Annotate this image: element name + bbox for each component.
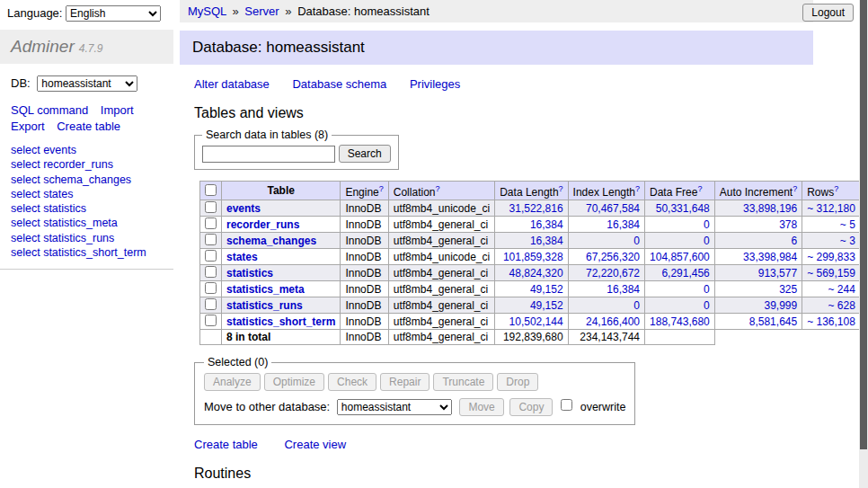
data-length-link[interactable]: 16,384 bbox=[530, 235, 563, 247]
sidebar-table-link[interactable]: select statistics_meta bbox=[11, 217, 118, 229]
auto-increment-link[interactable]: 325 bbox=[779, 283, 797, 296]
data-free-link[interactable]: 0 bbox=[704, 283, 710, 296]
index-length-link[interactable]: 70,467,584 bbox=[586, 202, 640, 215]
auto-increment-link[interactable]: 39,999 bbox=[764, 299, 797, 312]
database-action-link[interactable]: Database schema bbox=[292, 77, 386, 91]
row-checkbox[interactable] bbox=[205, 234, 217, 245]
table-name-link[interactable]: statistics_runs bbox=[226, 299, 303, 312]
rows-link[interactable]: ~ 5 bbox=[840, 218, 855, 231]
sidebar-table-link[interactable]: select events bbox=[11, 144, 76, 156]
rows-link[interactable]: ~ 299,833 bbox=[807, 251, 855, 263]
data-free-link[interactable]: 188,743,680 bbox=[650, 315, 710, 328]
move-db-select[interactable]: homeassistant bbox=[337, 399, 452, 415]
row-checkbox[interactable] bbox=[205, 315, 217, 326]
data-free-link[interactable]: 50,331,648 bbox=[656, 202, 710, 215]
sidebar-action-link[interactable]: Export bbox=[11, 119, 45, 135]
index-length-link[interactable]: 0 bbox=[633, 235, 640, 247]
auto-increment-link[interactable]: 33,398,984 bbox=[743, 251, 797, 263]
data-free-link[interactable]: 6,291,456 bbox=[661, 267, 709, 279]
row-checkbox[interactable] bbox=[205, 298, 217, 310]
scrollbar-thumb[interactable] bbox=[860, 0, 867, 449]
row-checkbox[interactable] bbox=[205, 266, 217, 278]
index-length-link[interactable]: 72,220,672 bbox=[586, 267, 640, 279]
rows-link[interactable]: ~ 312,180 bbox=[807, 202, 855, 215]
rows-link[interactable]: ~ 628 bbox=[828, 299, 855, 312]
auto-increment-link[interactable]: 6 bbox=[791, 235, 797, 247]
row-checkbox[interactable] bbox=[205, 201, 217, 213]
auto-increment-link[interactable]: 378 bbox=[779, 218, 797, 231]
breadcrumb-server-link[interactable]: Server bbox=[244, 4, 279, 18]
data-free-link[interactable]: 0 bbox=[704, 218, 710, 231]
auto-increment-link[interactable]: 913,577 bbox=[758, 267, 797, 279]
data-length-link[interactable]: 16,384 bbox=[530, 218, 563, 231]
data-free-link[interactable]: 0 bbox=[704, 235, 710, 247]
move-button[interactable]: Move bbox=[459, 398, 503, 416]
rows-link[interactable]: ~ 3 bbox=[840, 235, 855, 247]
scrollbar[interactable] bbox=[859, 0, 868, 488]
row-checkbox[interactable] bbox=[205, 217, 217, 229]
analyze-button[interactable]: Analyze bbox=[204, 373, 261, 391]
sidebar-table-link[interactable]: select states bbox=[11, 188, 73, 200]
index-length-link[interactable]: 16,384 bbox=[607, 283, 640, 296]
table-name-link[interactable]: recorder_runs bbox=[226, 218, 299, 231]
table-name-link[interactable]: statistics_short_term bbox=[226, 315, 335, 328]
column-help-link[interactable]: ? bbox=[559, 184, 563, 193]
overwrite-checkbox[interactable] bbox=[561, 399, 572, 411]
truncate-button[interactable]: Truncate bbox=[433, 373, 493, 391]
row-checkbox[interactable] bbox=[205, 282, 217, 294]
create-link[interactable]: Create view bbox=[284, 438, 346, 451]
table-name-link[interactable]: schema_changes bbox=[226, 235, 316, 247]
data-free-link[interactable]: 0 bbox=[704, 299, 710, 312]
table-name-link[interactable]: statistics bbox=[226, 267, 273, 279]
table-name-link[interactable]: statistics_meta bbox=[226, 283, 305, 296]
sidebar-table-link[interactable]: select schema_changes bbox=[11, 173, 131, 186]
database-action-link[interactable]: Privileges bbox=[410, 77, 460, 91]
data-length-link[interactable]: 31,522,816 bbox=[509, 202, 563, 215]
column-help-link[interactable]: ? bbox=[635, 184, 640, 193]
create-link[interactable]: Create table bbox=[194, 438, 258, 451]
data-length-link[interactable]: 49,152 bbox=[530, 299, 563, 312]
sidebar-table-link[interactable]: select recorder_runs bbox=[11, 158, 113, 171]
column-help-link[interactable]: ? bbox=[697, 184, 702, 193]
sidebar-table-link[interactable]: select statistics_short_term bbox=[11, 246, 146, 259]
sidebar-table-link[interactable]: select statistics bbox=[11, 202, 86, 215]
sidebar-table-link[interactable]: select statistics_runs bbox=[11, 232, 114, 244]
data-length-link[interactable]: 48,824,320 bbox=[509, 267, 563, 279]
logout-button[interactable]: Logout bbox=[802, 4, 854, 22]
row-checkbox[interactable] bbox=[205, 250, 217, 262]
select-all-checkbox[interactable] bbox=[205, 184, 217, 196]
sidebar-action-link[interactable]: Import bbox=[101, 102, 134, 119]
column-help-link[interactable]: ? bbox=[834, 184, 838, 193]
index-length-link[interactable]: 16,384 bbox=[607, 218, 640, 231]
data-length-link[interactable]: 49,152 bbox=[530, 283, 563, 296]
check-button[interactable]: Check bbox=[328, 373, 376, 391]
database-action-link[interactable]: Alter database bbox=[194, 77, 270, 91]
table-name-link[interactable]: states bbox=[226, 251, 258, 263]
column-help-link[interactable]: ? bbox=[793, 184, 797, 193]
index-length-link[interactable]: 0 bbox=[633, 299, 640, 312]
optimize-button[interactable]: Optimize bbox=[264, 373, 324, 391]
rows-link[interactable]: ~ 244 bbox=[828, 283, 855, 296]
rows-link[interactable]: ~ 136,108 bbox=[807, 315, 855, 328]
column-help-link[interactable]: ? bbox=[435, 184, 439, 193]
copy-button[interactable]: Copy bbox=[509, 398, 553, 416]
data-free-link[interactable]: 104,857,600 bbox=[650, 251, 710, 263]
auto-increment-link[interactable]: 33,898,196 bbox=[743, 202, 797, 215]
language-select[interactable]: English bbox=[66, 5, 161, 22]
index-length-link[interactable]: 24,166,400 bbox=[586, 315, 640, 328]
auto-increment-link[interactable]: 8,581,645 bbox=[749, 315, 797, 328]
column-help-link[interactable]: ? bbox=[379, 184, 384, 193]
repair-button[interactable]: Repair bbox=[380, 373, 430, 391]
sidebar-action-link[interactable]: Create table bbox=[57, 119, 120, 135]
drop-button[interactable]: Drop bbox=[497, 373, 538, 391]
search-input[interactable] bbox=[202, 146, 335, 163]
sidebar-action-link[interactable]: SQL command bbox=[11, 102, 88, 119]
search-button[interactable]: Search bbox=[339, 145, 391, 163]
table-name-link[interactable]: events bbox=[226, 202, 261, 215]
data-length-link[interactable]: 101,859,328 bbox=[503, 251, 563, 263]
data-length-link[interactable]: 10,502,144 bbox=[509, 315, 563, 328]
index-length-link[interactable]: 67,256,320 bbox=[586, 251, 640, 263]
breadcrumb-mysql-link[interactable]: MySQL bbox=[188, 4, 226, 18]
rows-link[interactable]: ~ 569,159 bbox=[807, 267, 855, 279]
db-select[interactable]: homeassistant bbox=[37, 75, 137, 92]
